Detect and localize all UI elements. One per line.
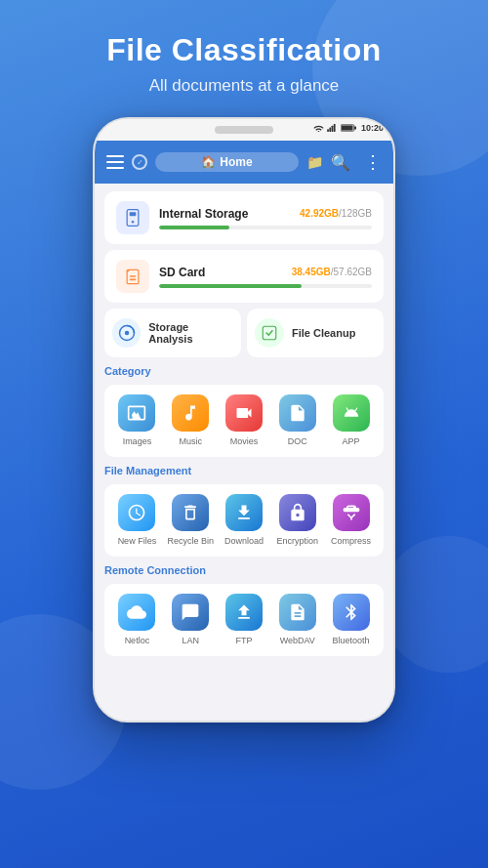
file-cleanup-icon xyxy=(255,318,284,348)
movies-label: Movies xyxy=(230,436,259,447)
sd-card-size: 38.45GB/57.62GB xyxy=(292,267,372,277)
internal-storage-card[interactable]: Internal Storage 42.92GB/128GB xyxy=(104,191,384,244)
category-item-music[interactable]: Music xyxy=(165,394,216,447)
remote-item-ftp[interactable]: FTP xyxy=(219,594,269,646)
file-mgmt-item-recycle-bin[interactable]: Recycle Bin xyxy=(165,494,216,547)
remote-item-lan[interactable]: LAN xyxy=(165,594,216,646)
svg-rect-7 xyxy=(342,126,353,131)
sd-card-info: SD Card 38.45GB/57.62GB xyxy=(159,266,372,288)
images-icon xyxy=(118,394,155,432)
category-grid: Images Music xyxy=(110,394,378,447)
lan-icon xyxy=(172,594,209,631)
internal-storage-icon xyxy=(116,201,149,234)
new-files-label: New Files xyxy=(118,536,157,547)
phone-content: Internal Storage 42.92GB/128GB xyxy=(95,184,393,723)
hero-subtitle: All documents at a glance xyxy=(0,76,488,96)
sd-card-bar xyxy=(159,284,372,288)
images-label: Images xyxy=(123,436,152,447)
compress-label: Compress xyxy=(331,536,371,547)
svg-rect-9 xyxy=(130,213,137,217)
remote-item-webdav[interactable]: WebDAV xyxy=(272,594,323,646)
download-icon xyxy=(225,494,263,531)
home-button[interactable]: 🏠 Home xyxy=(155,152,299,172)
svg-rect-12 xyxy=(130,276,137,278)
svg-point-0 xyxy=(318,132,320,133)
sd-card-bar-fill xyxy=(159,284,302,288)
file-management-grid: New Files Recycle Bin xyxy=(110,494,378,547)
music-label: Music xyxy=(179,436,202,447)
svg-rect-4 xyxy=(334,124,336,132)
sd-card-card[interactable]: SD Card 38.45GB/57.62GB xyxy=(104,250,384,303)
file-mgmt-item-new-files[interactable]: New Files xyxy=(111,494,162,547)
webdav-label: WebDAV xyxy=(280,636,315,646)
app-label: APP xyxy=(343,436,360,447)
remote-connection-card: Netloc LAN xyxy=(104,584,384,656)
remote-connection-title: Remote Connection xyxy=(104,564,384,576)
lan-label: LAN xyxy=(182,636,199,646)
menu-icon[interactable] xyxy=(106,155,124,169)
netloc-label: Netloc xyxy=(125,636,150,646)
recycle-bin-icon xyxy=(172,494,209,531)
storage-analysis-icon xyxy=(112,318,141,348)
internal-storage-name: Internal Storage xyxy=(159,207,248,221)
file-mgmt-item-download[interactable]: Download xyxy=(219,494,269,547)
svg-rect-16 xyxy=(263,327,276,341)
svg-rect-2 xyxy=(329,128,331,132)
storage-analysis-button[interactable]: Storage Analysis xyxy=(104,309,241,357)
svg-rect-1 xyxy=(327,130,329,133)
time-display: 10:20 xyxy=(361,123,384,133)
phone-notch xyxy=(215,126,273,134)
internal-storage-bar-fill xyxy=(159,226,229,229)
home-icon: 🏠 xyxy=(201,155,216,169)
category-item-app[interactable]: APP xyxy=(326,394,377,447)
signal-icon xyxy=(327,124,338,132)
svg-rect-6 xyxy=(354,127,356,130)
file-management-card: New Files Recycle Bin xyxy=(104,484,384,557)
download-label: Download xyxy=(224,536,264,547)
status-bar: 10:20 xyxy=(313,123,384,133)
file-management-section: File Management New Files xyxy=(104,465,384,557)
svg-point-15 xyxy=(124,331,129,336)
category-section: Category Images xyxy=(104,365,384,457)
file-cleanup-label: File Cleanup xyxy=(292,327,355,339)
folder-icon[interactable]: 📁 xyxy=(306,154,323,170)
doc-label: DOC xyxy=(288,436,307,447)
category-item-doc[interactable]: DOC xyxy=(272,394,323,447)
category-item-movies[interactable]: Movies xyxy=(219,394,269,447)
internal-storage-info: Internal Storage 42.92GB/128GB xyxy=(159,207,372,229)
file-cleanup-button[interactable]: File Cleanup xyxy=(247,309,384,357)
internal-storage-size: 42.92GB/128GB xyxy=(300,208,372,219)
home-label: Home xyxy=(220,155,252,169)
remote-item-bluetooth[interactable]: Bluetooth xyxy=(326,594,377,646)
file-management-title: File Management xyxy=(104,465,384,476)
ftp-icon xyxy=(225,594,263,631)
bluetooth-label: Bluetooth xyxy=(333,636,370,646)
compress-icon xyxy=(333,494,370,531)
check-icon[interactable]: ✓ xyxy=(132,154,147,170)
category-item-images[interactable]: Images xyxy=(111,394,162,447)
new-files-icon xyxy=(118,494,155,531)
bluetooth-icon xyxy=(333,594,370,631)
music-icon xyxy=(172,394,209,432)
sd-card-name: SD Card xyxy=(159,266,205,279)
ftp-label: FTP xyxy=(235,636,252,646)
wifi-icon xyxy=(313,124,324,132)
phone-top-bar: 10:20 xyxy=(95,119,393,141)
phone-frame: 10:20 ✓ 🏠 Home 📁 🔍 ⋮ xyxy=(93,117,395,723)
remote-connection-section: Remote Connection Netloc xyxy=(104,564,384,656)
file-mgmt-item-compress[interactable]: Compress xyxy=(326,494,377,547)
app-icon xyxy=(333,394,370,432)
encryption-icon xyxy=(279,494,316,531)
file-mgmt-item-encryption[interactable]: Encryption xyxy=(272,494,323,547)
svg-rect-13 xyxy=(130,279,137,281)
more-options-icon[interactable]: ⋮ xyxy=(364,151,382,173)
recycle-bin-label: Recycle Bin xyxy=(167,536,214,547)
hero-title: File Classification xyxy=(0,31,488,68)
doc-icon xyxy=(279,394,316,432)
webdav-icon xyxy=(279,594,316,631)
search-icon[interactable]: 🔍 xyxy=(331,153,350,172)
phone-mockup: 10:20 ✓ 🏠 Home 📁 🔍 ⋮ xyxy=(0,117,488,723)
remote-item-netloc[interactable]: Netloc xyxy=(111,594,162,646)
quick-actions: Storage Analysis File Cleanup xyxy=(104,309,384,357)
svg-rect-3 xyxy=(332,126,334,132)
